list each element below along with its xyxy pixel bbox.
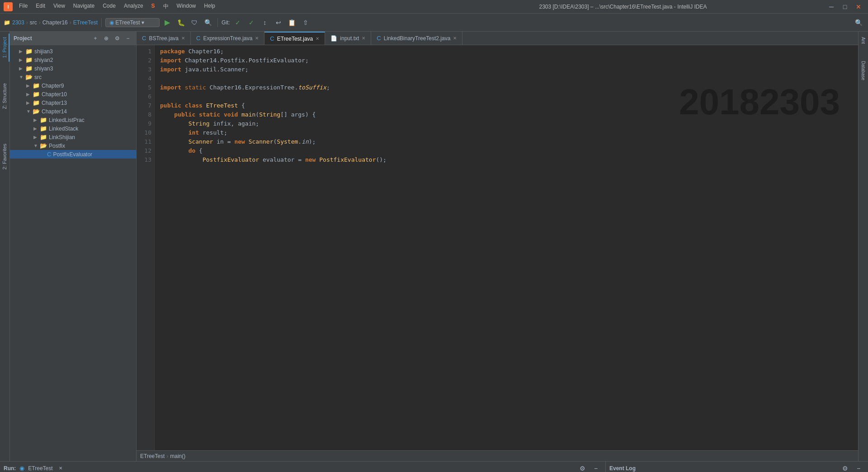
menu-view[interactable]: View	[50, 2, 69, 11]
breadcrumb-file[interactable]: ETreeTest	[73, 19, 98, 26]
tab-java-icon-3: C	[270, 35, 274, 42]
tab-bstree[interactable]: C BSTree.java ✕	[137, 32, 191, 45]
window-title: 2303 [D:\IDEA\2303] – ...\src\Chapter16\…	[420, 4, 826, 10]
tree-item-linkedlistprac[interactable]: ▶ 📁 LinkedListPrac	[10, 116, 136, 124]
tree-item-shiyan3[interactable]: ▶ 📁 shiyan3	[10, 64, 136, 73]
sidebar-tab-favorites[interactable]: 2: Favorites	[0, 140, 9, 173]
breadcrumb-etreetest[interactable]: ETreeTest	[140, 453, 165, 459]
git-arrow-button[interactable]: ↕	[259, 17, 271, 28]
breadcrumb-chapter16[interactable]: Chapter16	[42, 19, 68, 26]
git-history-button[interactable]: 📋	[286, 17, 298, 28]
tree-item-linkshijian[interactable]: ▶ 📁 LinkShijian	[10, 133, 136, 141]
code-content[interactable]: package Chapter16; import Chapter14.Post…	[155, 45, 858, 450]
tree-label: Postfix	[49, 143, 65, 149]
run-config-selector[interactable]: ◉ ETreeTest ▾	[105, 18, 160, 27]
sidebar-tab-structure[interactable]: Z: Structure	[0, 79, 9, 112]
breadcrumb-src[interactable]: src	[30, 19, 37, 26]
tree-item-postfix[interactable]: ▼ 📂 Postfix	[10, 141, 136, 150]
tab-close-bstree[interactable]: ✕	[181, 36, 185, 41]
global-search-button[interactable]: 🔍	[853, 17, 864, 28]
tab-linkedbinary[interactable]: C LinkedBinaryTreeTest2.java ✕	[371, 32, 462, 45]
menu-window[interactable]: Window	[173, 2, 200, 11]
editor-area: C BSTree.java ✕ C ExpressionTree.java ✕ …	[137, 32, 858, 461]
git-check-button[interactable]: ✓	[232, 17, 244, 28]
tab-close-input[interactable]: ✕	[362, 36, 365, 41]
run-settings-button[interactable]: ⚙	[576, 463, 588, 472]
app-icon: I	[4, 2, 13, 11]
tree-item-chapter10[interactable]: ▶ 📁 Chapter10	[10, 90, 136, 98]
right-tab-ant[interactable]: Ant	[859, 33, 868, 47]
tree-item-shiyan2[interactable]: ▶ 📁 shiyan2	[10, 56, 136, 64]
project-panel-header: Project + ⊕ ⚙ −	[10, 32, 136, 45]
event-log-panel: Event Log ⚙ − 10:30 Push successful: Pus…	[606, 462, 868, 472]
event-log-header: Event Log ⚙ −	[606, 462, 868, 472]
tab-etreetest[interactable]: C ETreeTest.java ✕	[264, 32, 325, 45]
tree-label: shijian3	[34, 48, 53, 55]
toolbar-separator-2	[217, 18, 218, 27]
sidebar-tab-project[interactable]: 1: Project	[0, 33, 9, 61]
tab-label-4: input.txt	[340, 35, 359, 42]
menu-code[interactable]: Code	[99, 2, 119, 11]
tree-label: src	[34, 74, 42, 80]
project-close-button[interactable]: −	[123, 34, 132, 43]
menu-help[interactable]: Help	[200, 2, 219, 11]
tree-item-chapter9[interactable]: ▶ 📁 Chapter9	[10, 81, 136, 90]
tab-text-icon: 📄	[330, 35, 337, 42]
minimize-button[interactable]: ─	[826, 1, 837, 13]
tree-item-chapter13[interactable]: ▶ 📁 Chapter13	[10, 98, 136, 107]
close-button[interactable]: ✕	[853, 1, 864, 13]
tab-label-2: ExpressionTree.java	[203, 35, 252, 42]
tab-close-linkedbinary[interactable]: ✕	[453, 36, 457, 41]
tree-item-postfixevaluator[interactable]: ▶ C PostfixEvaluator	[10, 150, 136, 159]
tab-expressiontree[interactable]: C ExpressionTree.java ✕	[191, 32, 264, 45]
run-minimize-button[interactable]: −	[590, 463, 602, 472]
menu-navigate[interactable]: Navigate	[70, 2, 98, 11]
tab-label-3: ETreeTest.java	[277, 36, 313, 42]
tab-close-etreetest[interactable]: ✕	[316, 36, 319, 41]
tree-item-chapter14[interactable]: ▼ 📂 Chapter14	[10, 107, 136, 116]
title-bar: I File Edit View Navigate Code Analyze S…	[0, 0, 868, 14]
tree-item-linkedstack[interactable]: ▶ 📁 LinkedStack	[10, 124, 136, 133]
project-icon: 📁	[4, 19, 10, 26]
tree-label: PostfixEvaluator	[53, 151, 92, 158]
run-tab-close[interactable]: ✕	[57, 464, 65, 472]
menu-s[interactable]: S	[148, 2, 159, 11]
event-log-minimize[interactable]: −	[853, 463, 864, 472]
coverage-button[interactable]: 🛡	[189, 17, 200, 28]
window-controls: ─ □ ✕	[826, 1, 864, 13]
breadcrumb-main[interactable]: main()	[170, 453, 185, 459]
project-add-button[interactable]: +	[91, 34, 100, 43]
run-button[interactable]: ▶	[161, 17, 173, 28]
project-locate-button[interactable]: ⊕	[102, 34, 111, 43]
run-tab-label[interactable]: ETreeTest	[28, 465, 52, 472]
maximize-button[interactable]: □	[839, 1, 851, 13]
git-undo-button[interactable]: ↩	[273, 17, 284, 28]
breadcrumb: 📁 2303 › src › Chapter16 › ETreeTest	[4, 19, 98, 26]
menu-file[interactable]: File	[15, 2, 31, 11]
tree-item-src[interactable]: ▼ 📂 src	[10, 73, 136, 81]
search-button[interactable]: 🔍	[202, 17, 214, 28]
tree-label: Chapter9	[42, 83, 64, 89]
right-tab-database[interactable]: Database	[859, 57, 868, 84]
tree-label: Chapter13	[42, 100, 67, 106]
run-panel: Run: ◉ ETreeTest ✕ ⚙ − ▶ ▲ ■ ▼ 📷 ↵ ⇅ ⚙ 🗑…	[0, 462, 606, 472]
tree-label: Chapter10	[42, 91, 67, 98]
bottom-section: Run: ◉ ETreeTest ✕ ⚙ − ▶ ▲ ■ ▼ 📷 ↵ ⇅ ⚙ 🗑…	[0, 461, 868, 472]
tab-java-icon-2: C	[196, 35, 200, 42]
run-label: Run:	[4, 465, 16, 472]
editor-breadcrumb: ETreeTest › main()	[137, 450, 858, 461]
debug-button[interactable]: 🐛	[175, 17, 187, 28]
git-commit-button[interactable]: ✓	[245, 17, 257, 28]
right-sidebar: Ant Database	[858, 32, 868, 461]
tab-input[interactable]: 📄 input.txt ✕	[325, 32, 371, 45]
tab-close-expressiontree[interactable]: ✕	[255, 36, 259, 41]
project-settings-button[interactable]: ⚙	[113, 34, 122, 43]
menu-edit[interactable]: Edit	[32, 2, 49, 11]
event-log-settings[interactable]: ⚙	[839, 463, 851, 472]
git-push-button[interactable]: ⇧	[300, 17, 311, 28]
tree-item-shijian3[interactable]: ▶ 📁 shijian3	[10, 47, 136, 56]
breadcrumb-2303[interactable]: 2303	[12, 19, 24, 26]
code-editor: 20182303 12345678910111213 package Chapt…	[137, 45, 858, 450]
menu-analyze[interactable]: Analyze	[120, 2, 147, 11]
menu-chinese[interactable]: 中	[160, 2, 172, 11]
